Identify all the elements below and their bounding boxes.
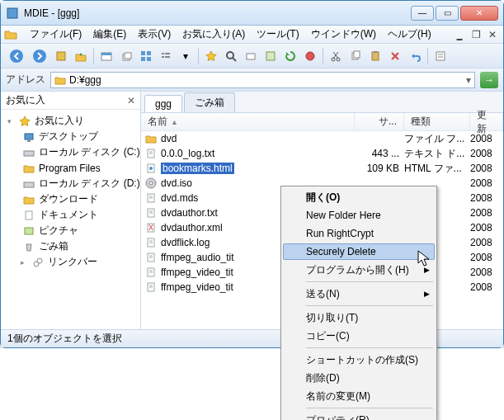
favorite-button[interactable] (202, 47, 220, 65)
properties-icon[interactable] (431, 47, 450, 65)
context-menu-item[interactable]: 切り取り(T) (283, 309, 435, 327)
menu-favorites[interactable]: お気に入り(A) (177, 26, 251, 43)
tool-icon[interactable] (137, 47, 155, 65)
desktop-icon (22, 130, 35, 144)
maximize-button[interactable]: ▭ (436, 6, 459, 21)
file-type: ファイル フ... (404, 132, 470, 146)
copy-icon[interactable] (346, 47, 365, 65)
svg-rect-30 (25, 134, 33, 139)
tool-icon[interactable] (52, 47, 70, 65)
svg-point-44 (149, 182, 153, 185)
mdi-close-icon[interactable]: ✕ (485, 28, 500, 41)
trash-icon (22, 240, 35, 253)
refresh-icon[interactable] (281, 47, 299, 65)
file-row[interactable]: bookmarks.html109 KBHTML ファ...2008 (141, 161, 503, 176)
tool-icon[interactable] (117, 47, 135, 65)
col-type[interactable]: 種類 (404, 113, 470, 130)
forward-button[interactable] (29, 47, 50, 65)
tab-bar: ggg ごみ箱 (141, 92, 503, 113)
address-input[interactable]: D:¥ggg ▾ (50, 72, 475, 88)
col-size[interactable]: サ... (355, 113, 404, 130)
paste-icon[interactable] (366, 47, 384, 65)
cut-icon[interactable] (327, 47, 345, 65)
search-icon[interactable] (222, 47, 240, 65)
file-icon (144, 162, 158, 175)
svg-rect-12 (162, 53, 164, 54)
file-date: 2008 (470, 237, 503, 248)
tool-icon[interactable] (157, 47, 175, 65)
tree-item[interactable]: Program Files (1, 160, 140, 176)
tree-root-favorites[interactable]: ▾お気に入り (1, 113, 140, 129)
file-type: テキスト ド... (404, 147, 470, 161)
dropdown-icon[interactable]: ▾ (466, 74, 471, 86)
file-icon (144, 266, 158, 279)
svg-rect-7 (125, 53, 131, 59)
sidebar-close-icon[interactable]: ✕ (127, 95, 135, 106)
tree-item[interactable]: ごみ箱 (1, 238, 140, 254)
context-menu-item[interactable]: 開く(O) (283, 188, 435, 206)
menu-edit[interactable]: 編集(E) (87, 26, 132, 43)
col-name[interactable]: 名前▲ (141, 113, 355, 130)
file-row[interactable]: 0.0.0_log.txt443 ...テキスト ド...2008 (141, 146, 503, 161)
tree-item[interactable]: ローカル ディスク (D:) (1, 176, 140, 191)
context-menu-item[interactable]: New Folder Here (283, 206, 435, 224)
svg-line-17 (233, 58, 236, 61)
col-date[interactable]: 更新 (470, 113, 503, 130)
file-name: dvd (161, 133, 355, 144)
svg-rect-35 (25, 228, 33, 234)
back-button[interactable] (6, 47, 27, 65)
context-menu-item[interactable]: Securely Delete (283, 243, 435, 260)
menu-window[interactable]: ウインドウ(W) (305, 26, 382, 43)
tree-item[interactable]: デスクトップ (1, 129, 140, 144)
svg-rect-27 (436, 52, 445, 60)
mdi-restore-icon[interactable]: ❐ (469, 28, 483, 41)
tool-icon[interactable] (301, 47, 319, 65)
file-icon (144, 236, 158, 249)
context-menu-item[interactable]: プログラムから開く(H)▶ (283, 261, 435, 279)
tree-item[interactable]: ローカル ディスク (C:) (1, 144, 140, 160)
menu-separator (306, 347, 433, 348)
file-icon: x (144, 221, 158, 234)
file-date: 2008 (470, 267, 503, 278)
context-menu-item[interactable]: 送る(N)▶ (283, 285, 435, 303)
titlebar[interactable]: MDIE - [ggg] — ▭ ✕ (1, 1, 503, 26)
svg-rect-14 (162, 56, 164, 58)
go-button[interactable]: → (480, 72, 498, 88)
tree-item[interactable]: ダウンロード (1, 191, 140, 207)
file-date: 2008 (470, 192, 503, 204)
tree-item[interactable]: ピクチャ (1, 223, 140, 238)
file-date: 2008 (470, 222, 503, 234)
file-date: 2008 (470, 177, 503, 189)
svg-rect-5 (101, 53, 111, 55)
tool-icon[interactable] (242, 47, 260, 65)
submenu-arrow-icon: ▶ (424, 290, 430, 298)
up-button[interactable] (72, 47, 90, 65)
file-type: HTML ファ... (404, 162, 470, 176)
tool-icon[interactable] (97, 47, 115, 65)
svg-point-2 (33, 50, 46, 63)
svg-rect-18 (247, 54, 255, 59)
file-size: 443 ... (355, 148, 404, 159)
context-menu-item[interactable]: コピー(C) (283, 327, 435, 345)
tool-icon[interactable]: ▾ (177, 47, 195, 65)
menu-help[interactable]: ヘルプ(H) (382, 26, 437, 43)
menu-file[interactable]: ファイル(F) (24, 26, 87, 43)
tab-trash[interactable]: ごみ箱 (184, 92, 235, 112)
context-menu-item[interactable]: Run RightCrypt (283, 224, 435, 243)
file-icon (144, 147, 158, 160)
mdi-minimize-icon[interactable]: ‗ (452, 28, 467, 41)
tool-icon[interactable] (261, 47, 280, 65)
delete-icon[interactable] (386, 47, 404, 65)
minimize-button[interactable]: — (411, 6, 434, 21)
close-button[interactable]: ✕ (460, 6, 498, 21)
menu-view[interactable]: 表示(V) (132, 26, 177, 43)
tree-root-linkbar[interactable]: ▸リンクバー (1, 254, 140, 270)
file-row[interactable]: dvdファイル フ...2008 (141, 131, 503, 146)
undo-icon[interactable] (406, 47, 424, 65)
svg-point-1 (10, 50, 23, 63)
tab-ggg[interactable]: ggg (144, 95, 182, 112)
file-name: bookmarks.html (161, 163, 355, 174)
context-menu: 開く(O)New Folder HereRun RightCryptSecure… (280, 186, 437, 348)
tree-item[interactable]: ドキュメント (1, 207, 140, 223)
menu-tools[interactable]: ツール(T) (251, 26, 304, 43)
